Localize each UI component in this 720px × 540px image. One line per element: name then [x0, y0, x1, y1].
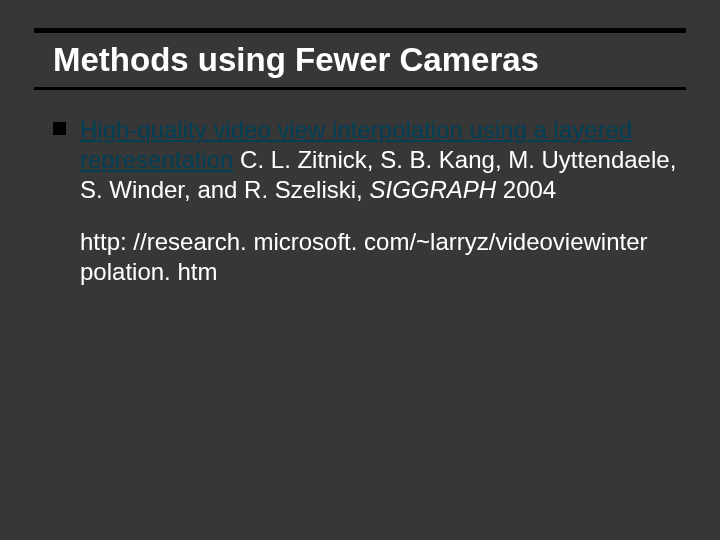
slide-content: High-quality video view interpolation us…	[53, 115, 680, 287]
slide: Methods using Fewer Cameras High-quality…	[0, 0, 720, 540]
divider-top	[34, 28, 686, 33]
bullet-item: High-quality video view interpolation us…	[53, 115, 680, 205]
bullet-text: High-quality video view interpolation us…	[80, 115, 680, 205]
divider-bottom	[34, 87, 686, 90]
slide-title: Methods using Fewer Cameras	[53, 42, 686, 78]
paper-venue: SIGGRAPH	[369, 176, 496, 203]
bullet-square-icon	[53, 122, 66, 135]
paper-year: 2004	[496, 176, 556, 203]
paper-url: http: //research. microsoft. com/~larryz…	[80, 227, 680, 287]
